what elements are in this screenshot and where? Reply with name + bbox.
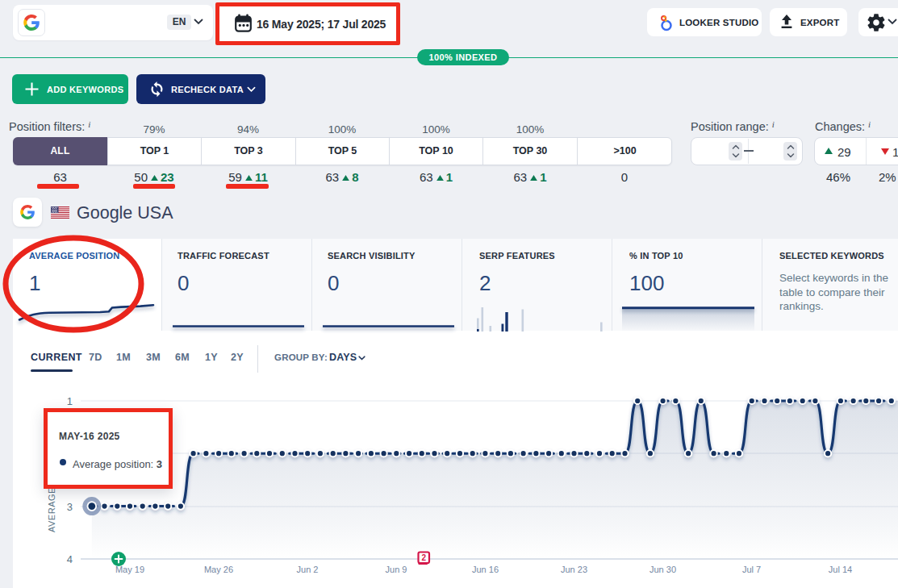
svg-text:Jun 9: Jun 9 bbox=[386, 565, 407, 574]
svg-text:May 26: May 26 bbox=[204, 565, 233, 574]
svg-text:4: 4 bbox=[67, 553, 73, 565]
svg-text:Jun 23: Jun 23 bbox=[561, 565, 587, 574]
svg-text:2: 2 bbox=[422, 553, 427, 562]
svg-text:Jul 7: Jul 7 bbox=[742, 565, 761, 574]
svg-text:3: 3 bbox=[67, 501, 73, 513]
svg-text:Jun 16: Jun 16 bbox=[472, 565, 499, 574]
svg-text:Jul 14: Jul 14 bbox=[829, 565, 852, 574]
svg-text:Jun 30: Jun 30 bbox=[649, 565, 676, 574]
svg-text:Jun 2: Jun 2 bbox=[297, 565, 319, 574]
svg-text:1: 1 bbox=[67, 395, 73, 407]
